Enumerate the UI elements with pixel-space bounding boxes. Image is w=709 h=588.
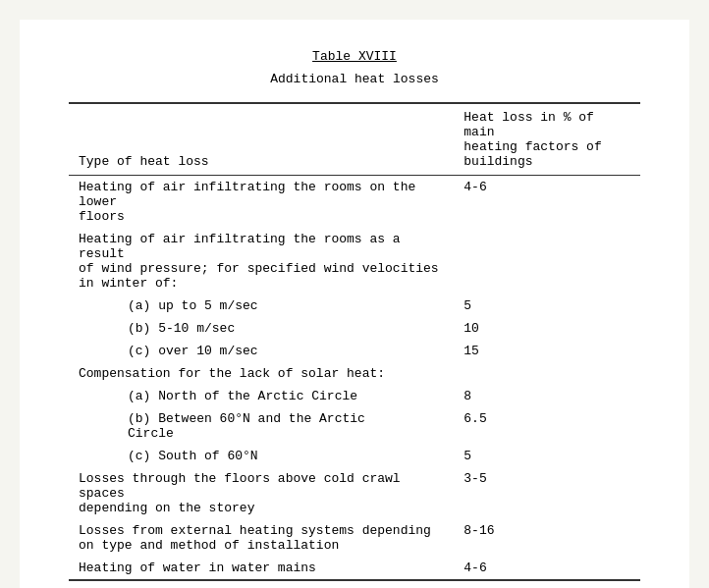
- table-row: Compensation for the lack of solar heat:: [69, 362, 640, 385]
- cell-right: 8-16: [454, 519, 640, 557]
- cell-right: 10: [454, 317, 640, 340]
- cell-right: 15: [454, 340, 640, 362]
- table-row: Losses from external heating systems dep…: [69, 519, 640, 557]
- cell-left: Heating of water in water mains: [69, 557, 454, 580]
- table-row: (c) over 10 m/sec15: [69, 340, 640, 362]
- cell-left: (a) up to 5 m/sec: [69, 294, 454, 317]
- main-table: Type of heat loss Heat loss in % of main…: [69, 102, 640, 581]
- cell-right: 4-6: [454, 557, 640, 580]
- table-row: Losses through the floors above cold cra…: [69, 467, 640, 519]
- table-title: Table XVIII: [312, 49, 397, 64]
- table-row: Heating of water in water mains4-6: [69, 557, 640, 580]
- cell-right: 3-5: [454, 467, 640, 519]
- cell-left: Losses through the floors above cold cra…: [69, 467, 454, 519]
- table-header-row: Type of heat loss Heat loss in % of main…: [69, 103, 640, 176]
- cell-left: Compensation for the lack of solar heat:: [69, 362, 454, 385]
- table-row: Heating of air infiltrating the rooms on…: [69, 176, 640, 229]
- cell-left: Losses from external heating systems dep…: [69, 519, 454, 557]
- table-row: (c) South of 60°N5: [69, 445, 640, 467]
- table-row: (a) North of the Arctic Circle8: [69, 385, 640, 407]
- cell-right: [454, 362, 640, 385]
- cell-right: 4-6: [454, 176, 640, 229]
- cell-left: (c) over 10 m/sec: [69, 340, 454, 362]
- cell-right: 6.5: [454, 407, 640, 445]
- col-left-header: Type of heat loss: [69, 103, 454, 176]
- table-row: (b) 5-10 m/sec10: [69, 317, 640, 340]
- cell-right: 8: [454, 385, 640, 407]
- table-row: (b) Between 60°N and the Arctic Circle6.…: [69, 407, 640, 445]
- table-subtitle: Additional heat losses: [270, 72, 439, 86]
- cell-left: (c) South of 60°N: [69, 445, 454, 467]
- cell-right: 5: [454, 445, 640, 467]
- cell-right: [454, 228, 640, 294]
- page-container: Table XVIII Additional heat losses Type …: [20, 20, 689, 588]
- cell-left: (a) North of the Arctic Circle: [69, 385, 454, 407]
- col-right-header: Heat loss in % of mainheating factors of…: [454, 103, 640, 176]
- table-body: Heating of air infiltrating the rooms on…: [69, 176, 640, 581]
- cell-left: Heating of air infiltrating the rooms on…: [69, 176, 454, 229]
- cell-left: (b) 5-10 m/sec: [69, 317, 454, 340]
- cell-left: Heating of air infiltrating the rooms as…: [69, 228, 454, 294]
- cell-left: (b) Between 60°N and the Arctic Circle: [69, 407, 454, 445]
- cell-right: 5: [454, 294, 640, 317]
- table-row: Heating of air infiltrating the rooms as…: [69, 228, 640, 294]
- table-row: (a) up to 5 m/sec5: [69, 294, 640, 317]
